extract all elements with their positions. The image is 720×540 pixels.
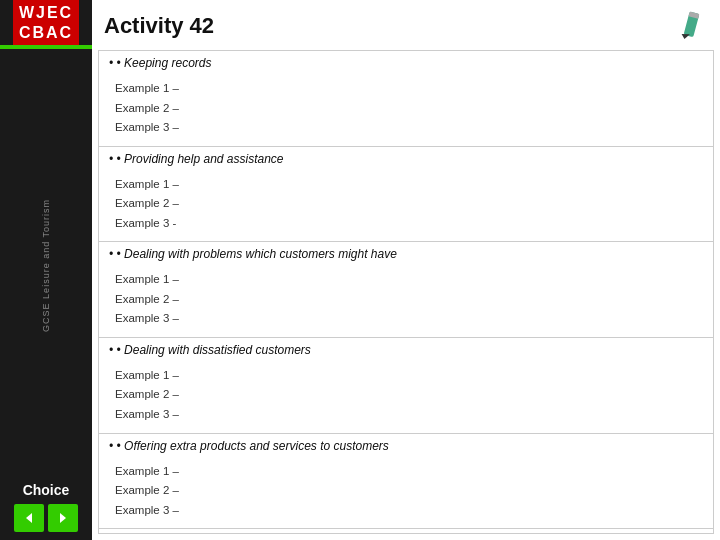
example-item: Example 3 – [115,501,697,521]
section-4: • Offering extra products and services t… [99,434,713,530]
example-item: Example 1 – [115,270,697,290]
pencil-icon [672,8,708,44]
next-button[interactable] [48,504,78,532]
main-content: Activity 42 • Keeping recordsExample 1 –… [92,0,720,540]
sidebar-mid: GCSE Leisure and Tourism [41,49,51,482]
section-header-0: • Keeping records [99,51,713,75]
section-examples-4: Example 1 –Example 2 –Example 3 – [99,458,713,529]
example-item: Example 3 - [115,214,697,234]
example-item: Example 2 – [115,385,697,405]
section-examples-1: Example 1 –Example 2 –Example 3 - [99,171,713,242]
section-header-4: • Offering extra products and services t… [99,434,713,458]
example-item: Example 1 – [115,175,697,195]
nav-buttons [14,504,78,532]
logo-wjec: WJEC [19,4,73,22]
activity-header: Activity 42 [92,0,720,50]
example-item: Example 1 – [115,79,697,99]
section-1: • Providing help and assistanceExample 1… [99,147,713,243]
example-item: Example 2 – [115,99,697,119]
section-examples-0: Example 1 –Example 2 –Example 3 – [99,75,713,146]
prev-icon [22,511,36,525]
sidebar-top: WJEC CBAC [0,0,92,49]
prev-button[interactable] [14,504,44,532]
page-title: Activity 42 [104,13,214,39]
example-item: Example 3 – [115,405,697,425]
example-item: Example 1 – [115,366,697,386]
choice-label: Choice [23,482,70,498]
logo-area: WJEC CBAC [13,0,79,45]
gcse-label: GCSE Leisure and Tourism [41,199,51,332]
example-item: Example 2 – [115,481,697,501]
section-examples-2: Example 1 –Example 2 –Example 3 – [99,266,713,337]
next-icon [56,511,70,525]
logo-cbac: CBAC [19,24,73,42]
section-header-1: • Providing help and assistance [99,147,713,171]
svg-marker-0 [26,513,32,523]
sidebar: WJEC CBAC GCSE Leisure and Tourism Choic… [0,0,92,540]
example-item: Example 1 – [115,462,697,482]
sidebar-bottom: Choice [0,482,92,540]
section-header-3: • Dealing with dissatisfied customers [99,338,713,362]
section-2: • Dealing with problems which customers … [99,242,713,338]
content-area: • Keeping recordsExample 1 –Example 2 –E… [98,50,714,534]
section-0: • Keeping recordsExample 1 –Example 2 –E… [99,51,713,147]
svg-marker-1 [60,513,66,523]
example-item: Example 3 – [115,118,697,138]
example-item: Example 2 – [115,194,697,214]
section-header-2: • Dealing with problems which customers … [99,242,713,266]
example-item: Example 2 – [115,290,697,310]
section-examples-3: Example 1 –Example 2 –Example 3 – [99,362,713,433]
section-3: • Dealing with dissatisfied customersExa… [99,338,713,434]
example-item: Example 3 – [115,309,697,329]
